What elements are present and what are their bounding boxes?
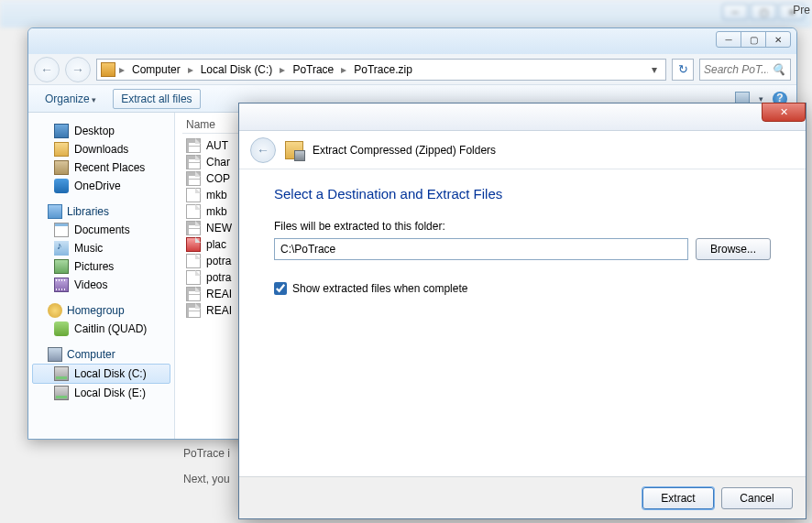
breadcrumb-computer[interactable]: Computer xyxy=(128,63,184,76)
explorer-navbar: ← → ▸ Computer ▸ Local Disk (C:) ▸ PoTra… xyxy=(28,54,796,85)
destination-path-input[interactable] xyxy=(274,238,688,260)
archive-icon xyxy=(101,62,115,77)
sidebar-item-documents[interactable]: Documents xyxy=(32,221,170,239)
file-icon xyxy=(186,204,201,219)
background-text-fragment: Pre xyxy=(793,4,810,16)
computer-icon xyxy=(48,347,62,362)
sidebar-item-videos[interactable]: Videos xyxy=(32,276,170,294)
wizard-close-button[interactable]: ✕ xyxy=(762,103,806,122)
sidebar-head-libraries[interactable]: Libraries xyxy=(32,202,170,221)
sidebar-head-homegroup[interactable]: Homegroup xyxy=(32,301,170,320)
file-icon xyxy=(186,188,201,202)
chevron-right-icon[interactable]: ▸ xyxy=(188,63,193,76)
pictures-icon xyxy=(54,259,69,274)
nav-forward-button[interactable]: → xyxy=(65,57,91,82)
disk-icon xyxy=(54,386,69,400)
nav-back-button[interactable]: ← xyxy=(34,57,60,82)
wizard-footer: Extract Cancel xyxy=(239,476,806,518)
file-icon xyxy=(186,171,201,186)
breadcrumb-potrace[interactable]: PoTrace xyxy=(289,63,337,76)
sidebar-head-computer[interactable]: Computer xyxy=(32,345,170,364)
address-bar[interactable]: ▸ Computer ▸ Local Disk (C:) ▸ PoTrace ▸… xyxy=(96,59,666,81)
user-icon xyxy=(54,321,69,336)
sidebar-item-onedrive[interactable]: OneDrive xyxy=(32,177,170,195)
recent-icon xyxy=(54,160,69,175)
wizard-titlebar[interactable]: ✕ xyxy=(239,104,806,131)
bg-minimize-button: ─ xyxy=(722,4,748,20)
wizard-header: ← Extract Compressed (Zipped) Folders xyxy=(239,131,806,169)
cancel-button[interactable]: Cancel xyxy=(721,487,793,509)
search-icon: 🔍 xyxy=(772,63,785,76)
sidebar-item-downloads[interactable]: Downloads xyxy=(32,140,170,158)
navigation-pane: Desktop Downloads Recent Places OneDrive… xyxy=(28,113,175,439)
show-extracted-label: Show extracted files when complete xyxy=(292,282,467,295)
disk-icon xyxy=(54,366,69,381)
file-icon xyxy=(186,254,201,268)
videos-icon xyxy=(54,278,69,292)
documents-icon xyxy=(54,223,69,237)
zipped-folder-icon xyxy=(285,141,303,159)
file-icon xyxy=(186,155,201,169)
file-icon xyxy=(186,138,201,153)
extract-button[interactable]: Extract xyxy=(642,487,714,509)
show-extracted-checkbox[interactable] xyxy=(274,282,287,295)
file-icon xyxy=(186,303,201,318)
homegroup-icon xyxy=(48,303,62,318)
file-icon xyxy=(186,287,201,301)
maximize-button[interactable]: ▢ xyxy=(741,31,766,48)
sidebar-item-homegroup-user[interactable]: Caitlin (QUAD) xyxy=(32,320,170,338)
sidebar-item-desktop[interactable]: Desktop xyxy=(32,122,170,140)
extract-wizard-dialog: ✕ ← Extract Compressed (Zipped) Folders … xyxy=(238,103,807,519)
pdf-icon xyxy=(186,237,201,252)
breadcrumb-potrace-zip[interactable]: PoTrace.zip xyxy=(350,63,416,76)
minimize-button[interactable]: ─ xyxy=(716,31,741,48)
chevron-right-icon[interactable]: ▸ xyxy=(341,63,346,76)
libraries-icon xyxy=(48,204,62,219)
extract-all-button[interactable]: Extract all files xyxy=(113,89,200,109)
search-input[interactable] xyxy=(704,63,768,76)
sidebar-item-recent[interactable]: Recent Places xyxy=(32,158,170,177)
wizard-heading: Select a Destination and Extract Files xyxy=(274,186,771,202)
file-icon xyxy=(186,270,201,285)
background-window-blur: ─ ▢ ✕ xyxy=(0,0,812,27)
sidebar-item-music[interactable]: Music xyxy=(32,239,170,257)
breadcrumb-disk-c[interactable]: Local Disk (C:) xyxy=(197,63,277,76)
search-box[interactable]: 🔍 xyxy=(699,59,791,81)
show-extracted-checkbox-row[interactable]: Show extracted files when complete xyxy=(274,282,771,295)
wizard-title: Extract Compressed (Zipped) Folders xyxy=(313,144,496,157)
address-dropdown-icon[interactable]: ▾ xyxy=(647,63,662,76)
file-icon xyxy=(186,221,201,235)
sidebar-item-disk-e[interactable]: Local Disk (E:) xyxy=(32,384,170,402)
music-icon xyxy=(54,241,69,256)
destination-label: Files will be extracted to this folder: xyxy=(274,220,771,233)
sidebar-item-pictures[interactable]: Pictures xyxy=(32,257,170,276)
close-button[interactable]: ✕ xyxy=(765,31,791,48)
downloads-icon xyxy=(54,142,69,157)
chevron-right-icon[interactable]: ▸ xyxy=(119,63,125,76)
desktop-icon xyxy=(54,124,69,138)
explorer-titlebar[interactable]: ─ ▢ ✕ xyxy=(28,28,796,54)
wizard-back-button[interactable]: ← xyxy=(250,137,276,163)
bg-maximize-button: ▢ xyxy=(751,4,776,20)
background-page-text: PoTrace i Next, you xyxy=(183,447,230,485)
onedrive-icon xyxy=(54,179,69,193)
organize-button[interactable]: Organize xyxy=(38,90,104,108)
chevron-right-icon[interactable]: ▸ xyxy=(280,63,285,76)
browse-button[interactable]: Browse... xyxy=(696,238,771,260)
view-dropdown-icon[interactable]: ▾ xyxy=(759,94,763,104)
refresh-button[interactable]: ↻ xyxy=(672,59,694,81)
sidebar-item-disk-c[interactable]: Local Disk (C:) xyxy=(32,364,170,384)
